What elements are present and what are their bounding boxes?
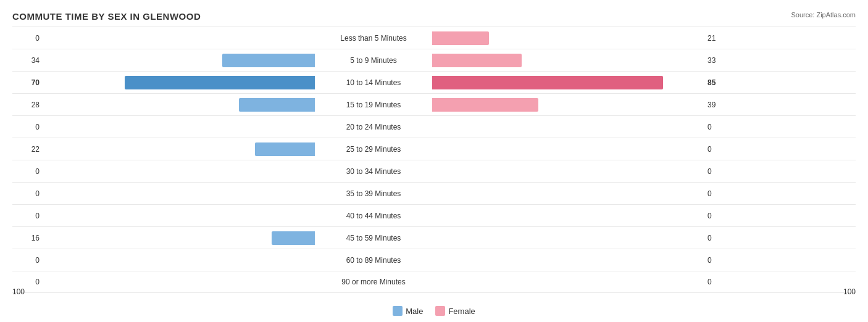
male-value: 16 xyxy=(12,234,43,242)
table-row: 22 25 to 29 Minutes 0 xyxy=(12,138,856,160)
female-bar-area xyxy=(432,208,704,224)
female-bar-area xyxy=(432,52,704,68)
male-value: 0 xyxy=(12,167,43,176)
table-row: 34 5 to 9 Minutes 33 xyxy=(12,49,856,71)
row-inner: 0 Less than 5 Minutes 21 xyxy=(12,27,856,49)
male-bar xyxy=(255,142,315,156)
row-label: 90 or more Minutes xyxy=(315,278,432,286)
male-bar-area xyxy=(43,208,315,224)
chart-title: COMMUTE TIME BY SEX IN GLENWOOD xyxy=(12,11,856,22)
female-bar-area xyxy=(432,252,704,268)
legend-female: Female xyxy=(435,306,475,316)
female-bar-area xyxy=(432,119,704,135)
male-bar xyxy=(272,231,315,245)
male-bar xyxy=(239,98,315,112)
female-value: 0 xyxy=(704,234,735,242)
table-row: 0 90 or more Minutes 0 xyxy=(12,271,856,293)
male-bar-area xyxy=(43,230,315,246)
row-inner: 16 45 to 59 Minutes 0 xyxy=(12,227,856,249)
male-value: 22 xyxy=(12,145,43,154)
table-row: 0 20 to 24 Minutes 0 xyxy=(12,115,856,138)
row-inner: 0 35 to 39 Minutes 0 xyxy=(12,183,856,204)
male-bar-area xyxy=(43,141,315,157)
row-label: 45 to 59 Minutes xyxy=(315,234,432,242)
axis-left-label: 100 xyxy=(12,287,25,296)
female-bar-area xyxy=(432,141,704,157)
female-value: 39 xyxy=(704,101,735,109)
male-value: 0 xyxy=(12,189,43,198)
male-bar-area xyxy=(43,274,315,290)
male-bar-area xyxy=(43,30,315,46)
female-value: 0 xyxy=(704,123,735,131)
row-label: 5 to 9 Minutes xyxy=(315,56,432,65)
female-color-swatch xyxy=(435,306,445,316)
row-inner: 0 90 or more Minutes 0 xyxy=(12,271,856,292)
legend-male: Male xyxy=(393,306,423,316)
female-value: 0 xyxy=(704,278,735,286)
male-value: 28 xyxy=(12,101,43,109)
axis-right-label: 100 xyxy=(843,287,856,296)
table-row: 0 40 to 44 Minutes 0 xyxy=(12,204,856,226)
male-bar-area xyxy=(43,163,315,180)
row-label: Less than 5 Minutes xyxy=(315,34,432,43)
male-bar-area xyxy=(43,52,315,68)
male-bar-area xyxy=(43,252,315,268)
male-bar xyxy=(222,54,315,67)
row-label: 25 to 29 Minutes xyxy=(315,145,432,154)
table-row: 70 10 to 14 Minutes 85 xyxy=(12,71,856,93)
male-label: Male xyxy=(406,307,423,316)
row-label: 15 to 19 Minutes xyxy=(315,101,432,109)
male-value: 0 xyxy=(12,212,43,220)
female-value: 33 xyxy=(704,56,735,65)
table-row: 0 30 to 34 Minutes 0 xyxy=(12,160,856,182)
row-inner: 0 60 to 89 Minutes 0 xyxy=(12,249,856,271)
row-label: 30 to 34 Minutes xyxy=(315,167,432,176)
female-value: 0 xyxy=(704,145,735,154)
chart-container: COMMUTE TIME BY SEX IN GLENWOOD Source: … xyxy=(0,0,868,322)
row-label: 10 to 14 Minutes xyxy=(315,78,432,87)
table-row: 28 15 to 19 Minutes 39 xyxy=(12,93,856,115)
female-bar-area xyxy=(432,75,704,91)
row-inner: 22 25 to 29 Minutes 0 xyxy=(12,138,856,160)
female-bar-area xyxy=(432,30,704,46)
male-bar xyxy=(125,76,315,89)
male-value: 0 xyxy=(12,34,43,43)
male-value: 0 xyxy=(12,123,43,131)
female-bar xyxy=(432,31,489,45)
chart-rows-area: 0 Less than 5 Minutes 21 34 5 to 9 Minut… xyxy=(12,27,856,293)
row-label: 20 to 24 Minutes xyxy=(315,123,432,131)
female-value: 21 xyxy=(704,34,735,43)
female-bar-area xyxy=(432,274,704,290)
male-value: 34 xyxy=(12,56,43,65)
male-bar-area xyxy=(43,186,315,202)
male-value: 0 xyxy=(12,256,43,265)
female-bar xyxy=(432,76,663,89)
row-inner: 28 15 to 19 Minutes 39 xyxy=(12,94,856,115)
chart-legend: Male Female xyxy=(0,306,868,316)
female-value: 0 xyxy=(704,256,735,265)
female-bar-area xyxy=(432,186,704,202)
table-row: 0 35 to 39 Minutes 0 xyxy=(12,182,856,204)
row-label: 40 to 44 Minutes xyxy=(315,212,432,220)
table-row: 0 Less than 5 Minutes 21 xyxy=(12,27,856,49)
female-value: 85 xyxy=(704,78,735,87)
male-bar-area xyxy=(43,119,315,135)
row-label: 60 to 89 Minutes xyxy=(315,256,432,265)
male-bar-area xyxy=(43,97,315,113)
source-label: Source: ZipAtlas.com xyxy=(791,11,856,19)
female-bar xyxy=(432,54,522,67)
male-color-swatch xyxy=(393,306,403,316)
row-inner: 0 30 to 34 Minutes 0 xyxy=(12,160,856,182)
row-inner: 0 20 to 24 Minutes 0 xyxy=(12,116,856,138)
male-bar-area xyxy=(43,75,315,91)
row-inner: 70 10 to 14 Minutes 85 xyxy=(12,72,856,93)
female-bar-area xyxy=(432,230,704,246)
table-row: 16 45 to 59 Minutes 0 xyxy=(12,226,856,249)
female-value: 0 xyxy=(704,167,735,176)
female-bar-area xyxy=(432,97,704,113)
table-row: 0 60 to 89 Minutes 0 xyxy=(12,249,856,271)
row-label: 35 to 39 Minutes xyxy=(315,189,432,198)
female-bar xyxy=(432,98,538,112)
female-label: Female xyxy=(448,307,475,316)
female-value: 0 xyxy=(704,212,735,220)
